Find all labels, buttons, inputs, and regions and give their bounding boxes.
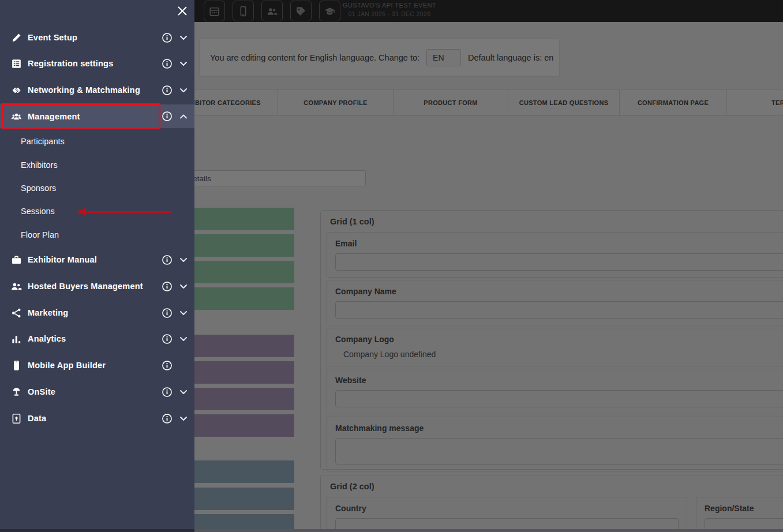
chevron-down-icon[interactable] xyxy=(178,307,189,319)
info-icon[interactable] xyxy=(161,333,173,345)
chevron-down-icon[interactable] xyxy=(178,32,189,43)
info-icon[interactable] xyxy=(161,110,173,122)
chevron-down-icon[interactable] xyxy=(178,386,189,398)
sidebar-item-hosted-buyers-management[interactable]: Hosted Buyers Management xyxy=(0,275,194,298)
sidebar-item-event-setup[interactable]: Event Setup xyxy=(0,26,194,49)
sidebar-item-exhibitors[interactable]: Exhibitors xyxy=(0,153,194,177)
sidebar-item-registration-settings[interactable]: Registration settings xyxy=(0,52,194,75)
pencil-icon xyxy=(10,32,23,44)
info-icon[interactable] xyxy=(161,280,173,293)
close-icon[interactable] xyxy=(175,4,189,18)
info-icon[interactable] xyxy=(161,413,173,425)
file-upload-icon xyxy=(10,413,23,425)
chevron-down-icon[interactable] xyxy=(178,413,189,424)
bar-chart-icon xyxy=(10,333,23,345)
chevron-down-icon[interactable] xyxy=(178,58,189,69)
info-icon[interactable] xyxy=(161,386,173,398)
sidebar-item-sponsors[interactable]: Sponsors xyxy=(0,177,194,200)
sidebar-item-marketing[interactable]: Marketing xyxy=(0,301,194,324)
info-icon[interactable] xyxy=(161,32,173,44)
highlight-box-annotation xyxy=(1,103,160,129)
arrow-head-annotation xyxy=(76,208,86,216)
form-icon xyxy=(10,58,23,70)
share-icon xyxy=(10,307,23,319)
briefcase-icon xyxy=(10,254,23,266)
sidebar-item-data[interactable]: Data xyxy=(0,407,194,430)
app-screen: GUSTAVO'S API TEST EVENT 01 JAN 2025 - 3… xyxy=(0,0,783,532)
chevron-down-icon[interactable] xyxy=(178,84,189,96)
arrow-annotation xyxy=(84,211,172,213)
sidebar-item-participants[interactable]: Participants xyxy=(0,130,194,153)
sidebar-item-onsite[interactable]: OnSite xyxy=(0,380,194,403)
info-icon[interactable] xyxy=(161,359,173,372)
sidebar-item-mobile-app-builder[interactable]: Mobile App Builder xyxy=(0,354,194,377)
horizontal-scrollbar[interactable] xyxy=(0,529,783,532)
sidebar-item-analytics[interactable]: Analytics xyxy=(0,327,194,350)
handshake-icon xyxy=(10,84,23,96)
horizontal-scrollbar-thumb[interactable] xyxy=(0,529,194,532)
navigation-drawer: Event Setup Registration settings Networ… xyxy=(0,0,194,532)
stand-icon xyxy=(10,386,23,398)
sidebar-item-floor-plan[interactable]: Floor Plan xyxy=(0,223,194,246)
sidebar-item-networking-matchmaking[interactable]: Networking & Matchmaking xyxy=(0,78,194,102)
people-icon xyxy=(10,280,23,293)
sidebar-item-exhibitor-manual[interactable]: Exhibitor Manual xyxy=(0,248,194,271)
chevron-down-icon[interactable] xyxy=(178,280,189,292)
phone-icon xyxy=(10,359,23,372)
info-icon[interactable] xyxy=(161,58,173,70)
info-icon[interactable] xyxy=(161,254,173,266)
chevron-down-icon[interactable] xyxy=(178,254,189,265)
info-icon[interactable] xyxy=(161,84,173,96)
info-icon[interactable] xyxy=(161,307,173,319)
chevron-down-icon[interactable] xyxy=(178,333,189,344)
chevron-up-icon[interactable] xyxy=(178,111,189,122)
